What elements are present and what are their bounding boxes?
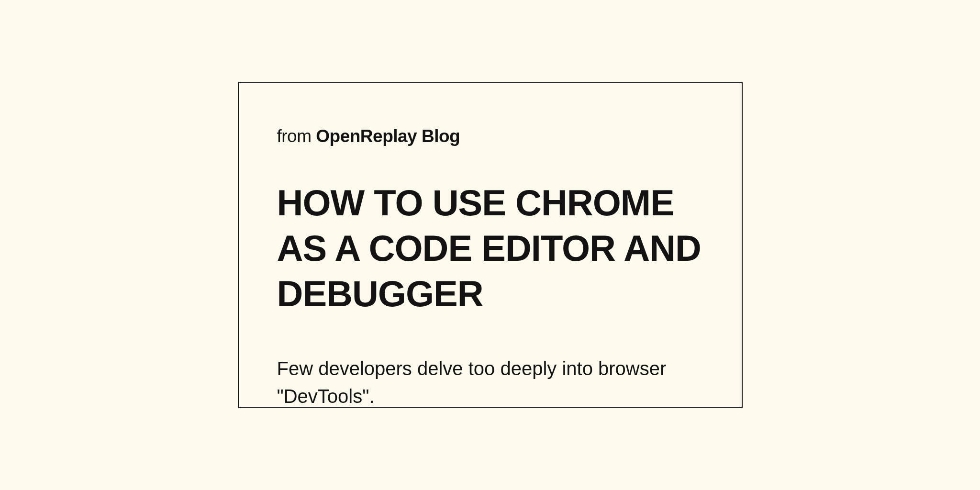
source-line: from OpenReplay Blog bbox=[277, 126, 703, 146]
article-title: How to use Chrome as a Code Editor and D… bbox=[277, 180, 703, 316]
source-from-label: from bbox=[277, 126, 312, 146]
article-card: from OpenReplay Blog How to use Chrome a… bbox=[238, 82, 743, 408]
article-excerpt: Few developers delve too deeply into bro… bbox=[277, 355, 703, 410]
source-name: OpenReplay Blog bbox=[316, 126, 460, 146]
